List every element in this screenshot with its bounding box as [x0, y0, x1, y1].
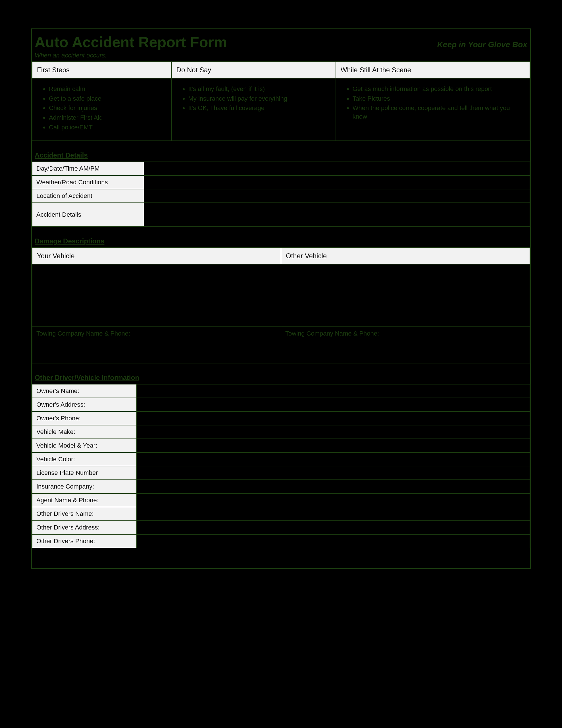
do-not-say-header: Do Not Say [172, 62, 336, 78]
table-row: Owner's Name: [32, 384, 530, 398]
accident-details-field[interactable] [144, 203, 530, 227]
insurance-company-label: Insurance Company: [32, 480, 137, 493]
list-item: It's all my fault, (even if it is) [188, 85, 332, 93]
bottom-spacer [32, 548, 530, 568]
header-subtext: When an accident occurs: [32, 52, 530, 61]
owner-phone-label: Owner's Phone: [32, 411, 137, 425]
other-driver-name-label: Other Drivers Name: [32, 507, 137, 521]
do-not-say-cell: It's all my fault, (even if it is) My in… [172, 78, 336, 141]
table-row: License Plate Number [32, 466, 530, 480]
weather-field[interactable] [144, 175, 530, 189]
guidance-table: First Steps Do Not Say While Still At th… [32, 61, 530, 141]
table-row: Other Drivers Phone: [32, 534, 530, 548]
damage-descriptions-title: Damage Descriptions [32, 227, 530, 247]
owner-name-field[interactable] [137, 384, 530, 398]
other-driver-address-label: Other Drivers Address: [32, 521, 137, 534]
table-row: Owner's Phone: [32, 411, 530, 425]
day-date-label: Day/Date/Time AM/PM [32, 162, 144, 175]
table-row: Insurance Company: [32, 480, 530, 493]
table-row: Vehicle Model & Year: [32, 439, 530, 452]
owner-name-label: Owner's Name: [32, 384, 137, 398]
other-driver-address-field[interactable] [137, 521, 530, 534]
table-row: Location of Accident [32, 189, 530, 203]
day-date-field[interactable] [144, 162, 530, 175]
vehicle-make-field[interactable] [137, 425, 530, 439]
license-plate-field[interactable] [137, 466, 530, 480]
table-row: Owner's Address: [32, 398, 530, 411]
header-row: Auto Accident Report Form Keep in Your G… [32, 29, 530, 52]
other-driver-vehicle-title: Other Driver/Vehicle Information [32, 363, 530, 384]
accident-details-title: Accident Details [32, 141, 530, 162]
vehicle-color-field[interactable] [137, 452, 530, 466]
list-item: It's OK, I have full coverage [188, 104, 332, 112]
first-steps-header: First Steps [32, 62, 172, 78]
at-scene-cell: Get as much information as possible on t… [336, 78, 530, 141]
your-towing-label[interactable]: Towing Company Name & Phone: [32, 327, 281, 363]
weather-label: Weather/Road Conditions [32, 175, 144, 189]
insurance-company-field[interactable] [137, 480, 530, 493]
page-title: Auto Accident Report Form [35, 34, 227, 51]
table-row: Other Drivers Name: [32, 507, 530, 521]
owner-address-field[interactable] [137, 398, 530, 411]
other-vehicle-header: Other Vehicle [281, 248, 530, 264]
vehicle-model-year-label: Vehicle Model & Year: [32, 439, 137, 452]
location-label: Location of Accident [32, 189, 144, 203]
your-vehicle-header: Your Vehicle [32, 248, 281, 264]
accident-details-table: Day/Date/Time AM/PM Weather/Road Conditi… [32, 162, 530, 227]
license-plate-label: License Plate Number [32, 466, 137, 480]
list-item: Administer First Aid [49, 113, 168, 122]
agent-name-phone-field[interactable] [137, 493, 530, 507]
damage-table: Your Vehicle Other Vehicle Towing Compan… [32, 247, 530, 363]
at-scene-header: While Still At the Scene [336, 62, 530, 78]
location-field[interactable] [144, 189, 530, 203]
other-driver-name-field[interactable] [137, 507, 530, 521]
list-item: Call police/EMT [49, 123, 168, 132]
table-row: Accident Details [32, 203, 530, 227]
owner-phone-field[interactable] [137, 411, 530, 425]
agent-name-phone-label: Agent Name & Phone: [32, 493, 137, 507]
list-item: Take Pictures [352, 94, 526, 103]
table-row: Day/Date/Time AM/PM [32, 162, 530, 175]
first-steps-cell: Remain calm Get to a safe place Check fo… [32, 78, 172, 141]
table-row: Weather/Road Conditions [32, 175, 530, 189]
other-driver-phone-label: Other Drivers Phone: [32, 534, 137, 548]
list-item: My insurance will pay for everything [188, 94, 332, 103]
vehicle-make-label: Vehicle Make: [32, 425, 137, 439]
list-item: Get as much information as possible on t… [352, 85, 526, 93]
header-right-note: Keep in Your Glove Box [437, 40, 527, 49]
other-towing-label[interactable]: Towing Company Name & Phone: [281, 327, 530, 363]
vehicle-color-label: Vehicle Color: [32, 452, 137, 466]
other-vehicle-damage-field[interactable] [281, 264, 530, 327]
accident-details-label: Accident Details [32, 203, 144, 227]
list-item: Remain calm [49, 85, 168, 93]
vehicle-model-year-field[interactable] [137, 439, 530, 452]
other-driver-phone-field[interactable] [137, 534, 530, 548]
your-vehicle-damage-field[interactable] [32, 264, 281, 327]
list-item: Check for injuries [49, 104, 168, 112]
other-driver-vehicle-table: Owner's Name: Owner's Address: Owner's P… [32, 384, 530, 548]
list-item: When the police come, cooperate and tell… [352, 104, 526, 121]
owner-address-label: Owner's Address: [32, 398, 137, 411]
table-row: Vehicle Color: [32, 452, 530, 466]
list-item: Get to a safe place [49, 94, 168, 103]
table-row: Other Drivers Address: [32, 521, 530, 534]
table-row: Vehicle Make: [32, 425, 530, 439]
table-row: Agent Name & Phone: [32, 493, 530, 507]
form-page: Auto Accident Report Form Keep in Your G… [31, 28, 531, 569]
